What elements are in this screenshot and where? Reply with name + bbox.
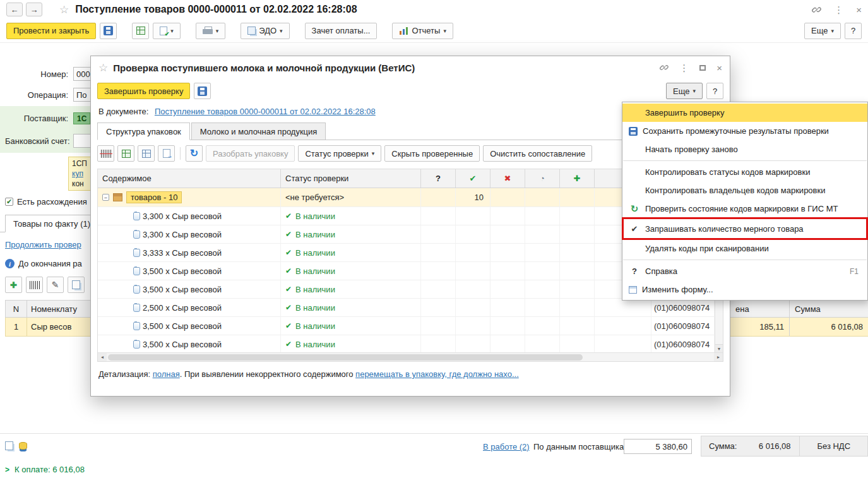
close-icon[interactable]: ×: [716, 63, 722, 73]
col-sum[interactable]: Сумма: [790, 301, 868, 317]
close-icon[interactable]: ×: [856, 5, 862, 15]
help-button-dialog[interactable]: ?: [706, 83, 723, 99]
menu-item[interactable]: Контролировать статусы кодов маркировки: [622, 163, 867, 181]
item-status-cell: ✔В наличии: [281, 280, 421, 298]
package-item-row[interactable]: 3,500 x Сыр весовой✔В наличии(01)0600980…: [98, 335, 715, 354]
menu-item[interactable]: Удалять коды при сканировании: [622, 239, 867, 258]
hide-checked-button[interactable]: Скрыть проверенные: [384, 145, 480, 162]
col-content[interactable]: Содержимое: [98, 169, 281, 188]
export-table-button[interactable]: [117, 145, 134, 162]
continue-check-label: Продолжить провер: [5, 240, 81, 249]
favorite-star-icon[interactable]: ☆: [98, 61, 108, 75]
save-intermediate-button[interactable]: [194, 83, 211, 99]
cell-empty: [525, 280, 560, 298]
bottle-icon: [133, 212, 139, 220]
reports-button[interactable]: Отчеты▾: [392, 23, 453, 39]
col-errors[interactable]: ✖: [490, 169, 525, 188]
cell-empty: [490, 207, 525, 225]
horizontal-scrollbar[interactable]: ◂ ▸: [98, 352, 723, 361]
more-dots-icon[interactable]: ⋮: [834, 5, 843, 15]
package-item-row[interactable]: 3,500 x Сыр весовой✔В наличии(01)0600980…: [98, 317, 715, 335]
check-status-filter-button[interactable]: Статус проверки▾: [298, 145, 381, 162]
col-added[interactable]: ✚: [560, 169, 595, 188]
save-button[interactable]: [100, 23, 117, 39]
scroll-right-icon[interactable]: ▸: [714, 353, 723, 361]
menu-item[interactable]: Начать проверку заново: [622, 140, 867, 158]
maximize-icon[interactable]: [699, 65, 706, 71]
more-button-main[interactable]: Еще▾: [804, 23, 841, 39]
menu-item-label: Справка: [645, 266, 845, 276]
col-checked[interactable]: ✔: [456, 169, 490, 188]
question-icon: ?: [851, 26, 855, 35]
scrollbar-thumb[interactable]: [108, 354, 583, 361]
menu-item[interactable]: Сохранить промежуточные результаты прове…: [622, 122, 867, 140]
barcode-scan-button[interactable]: [26, 277, 43, 293]
menu-item[interactable]: ✔Запрашивать количество мерного товара: [622, 218, 867, 239]
barcode-scan-button[interactable]: [97, 145, 114, 162]
package-item-row[interactable]: 2,500 x Сыр весовой✔В наличии(01)0600980…: [98, 299, 715, 317]
to-pay-expander[interactable]: > К оплате: 6 016,08: [5, 465, 85, 474]
forward-button[interactable]: →: [26, 3, 42, 16]
goods-row-right[interactable]: 185,11 6 016,08: [730, 318, 868, 337]
refresh-button[interactable]: ↻: [186, 145, 203, 162]
documents-icon: [72, 280, 80, 289]
menu-item[interactable]: Контролировать владельцев кодов маркиров…: [622, 181, 867, 200]
scroll-left-icon[interactable]: ◂: [98, 353, 107, 361]
dialog-title: Проверка поступившего молока и молочной …: [113, 63, 415, 73]
menu-item[interactable]: Изменить форму...: [622, 280, 867, 299]
menu-item-label: Изменить форму...: [642, 285, 859, 294]
link-icon[interactable]: [812, 5, 821, 15]
back-button[interactable]: ←: [6, 3, 23, 16]
move-to-package-link[interactable]: перемещать в упаковку, где должно нахо..…: [355, 369, 519, 379]
more-button-dialog[interactable]: Еще▾: [666, 83, 703, 99]
cell-empty: [456, 262, 490, 280]
col-check-status[interactable]: Статус проверки: [281, 169, 421, 188]
continue-check-link[interactable]: Продолжить провер: [5, 240, 81, 249]
tab-goods-by-fact[interactable]: Товары по факту (1): [5, 215, 98, 232]
edo-button[interactable]: ЭДО▾: [241, 23, 289, 39]
post-and-close-button[interactable]: Провести и закрыть: [6, 23, 96, 39]
menu-item[interactable]: ?СправкаF1: [622, 262, 867, 280]
menu-item[interactable]: Завершить проверку: [622, 104, 867, 122]
database-icon[interactable]: [19, 442, 27, 451]
by-supplier-input[interactable]: [624, 439, 692, 454]
in-work-link[interactable]: В работе (2): [483, 442, 530, 451]
scroll-down-icon[interactable]: ▾: [715, 344, 723, 352]
post-grid-icon: [136, 27, 145, 35]
cell-empty: [595, 317, 651, 335]
clear-matching-button[interactable]: Очистить сопоставление: [483, 145, 592, 162]
col-price[interactable]: ена: [730, 301, 790, 317]
check-icon: ✔: [285, 303, 292, 312]
col-partial[interactable]: ◔: [525, 169, 560, 188]
favorite-star-icon[interactable]: ☆: [59, 3, 69, 16]
tab-package-structure[interactable]: Структура упаковок: [97, 122, 190, 140]
help-button-main[interactable]: ?: [845, 23, 862, 39]
add-row-button[interactable]: ✚: [5, 277, 22, 293]
payment-offset-button[interactable]: Зачет оплаты...: [305, 23, 378, 39]
collapse-expander-icon[interactable]: −: [102, 194, 109, 201]
supplier-input[interactable]: 1С: [73, 112, 90, 124]
group-name: товаров - 10: [131, 193, 177, 202]
finish-check-button[interactable]: Завершить проверку: [97, 83, 190, 99]
col-unchecked[interactable]: ?: [421, 169, 456, 188]
detail-level-link[interactable]: полная: [153, 369, 180, 379]
documents-icon[interactable]: [5, 441, 13, 452]
menu-item[interactable]: ↻Проверить состояние кодов маркировки в …: [622, 200, 867, 218]
document-link[interactable]: Поступление товаров 0000-000011 от 02.02…: [155, 107, 376, 116]
print-button[interactable]: ▾: [196, 23, 226, 39]
toolbar-extra-button[interactable]: [68, 277, 85, 293]
more-dots-icon[interactable]: ⋮: [679, 63, 689, 73]
col-n[interactable]: N: [6, 301, 27, 317]
post-document-button[interactable]: [132, 23, 149, 39]
load-doc-button[interactable]: [158, 145, 175, 162]
tab-label: Молоко и молочная продукция: [200, 127, 318, 136]
tab-milk-products[interactable]: Молоко и молочная продукция: [191, 122, 326, 140]
table-view-button[interactable]: [138, 145, 155, 162]
edit-row-button[interactable]: ✎: [47, 277, 64, 293]
checkbox-checked-icon[interactable]: ✔: [5, 198, 13, 206]
unpack-button[interactable]: Разобрать упаковку: [206, 145, 295, 162]
discrepancy-checkbox-row[interactable]: ✔ Есть расхождения: [5, 197, 87, 206]
item-content-cell: 3,500 x Сыр весовой: [98, 280, 281, 298]
create-based-on-button[interactable]: ▾: [153, 23, 181, 39]
link-icon[interactable]: [660, 63, 669, 72]
